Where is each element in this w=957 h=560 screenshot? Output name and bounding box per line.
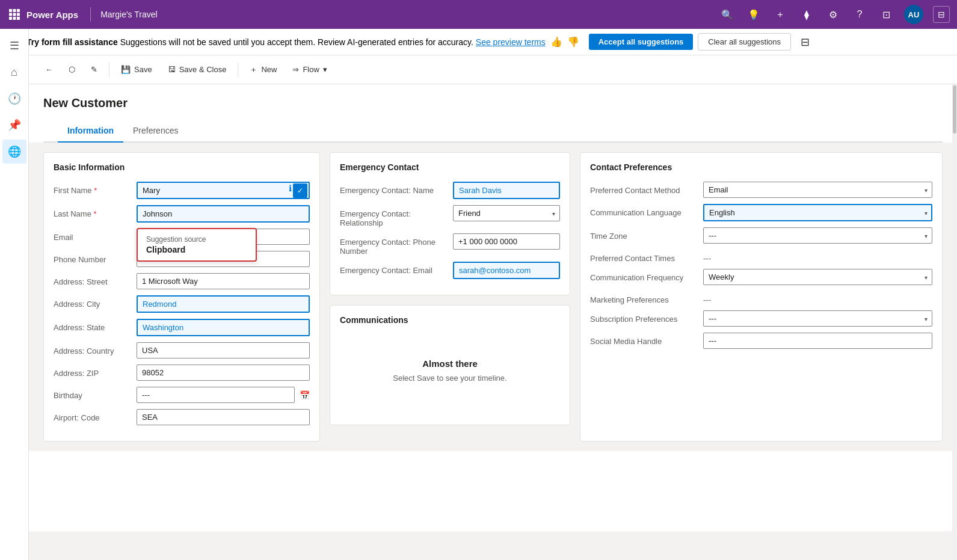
form-body: Basic Information First Name ℹ ✓ Last Na…	[29, 143, 957, 451]
home-icon[interactable]: ⌂	[2, 60, 26, 84]
timezone-label: Time Zone	[590, 227, 698, 241]
save-close-icon: 🖫	[168, 65, 176, 74]
contact-method-select[interactable]: EmailPhoneMail	[703, 182, 932, 198]
social-media-input[interactable]	[703, 333, 932, 349]
help-icon[interactable]: ?	[851, 6, 868, 23]
globe-icon[interactable]: 🌐	[2, 140, 26, 164]
info-icon[interactable]: ℹ	[289, 183, 292, 198]
last-name-input[interactable]	[137, 205, 310, 223]
ec-name-input[interactable]	[453, 182, 560, 199]
state-row: Address: State	[54, 319, 310, 336]
tooltip-source-value: Clipboard	[146, 245, 247, 254]
left-sidebar: ☰ ⌂ 🕐 📌 🌐	[0, 29, 29, 531]
svg-rect-5	[17, 13, 20, 16]
calendar-icon[interactable]: 📅	[300, 390, 310, 400]
contact-times-row: Preferred Contact Times ---	[590, 250, 932, 263]
edit-button[interactable]: ✎	[84, 61, 104, 78]
ec-name-label: Emergency Contact: Name	[340, 182, 448, 195]
clock-icon[interactable]: 🕐	[2, 87, 26, 111]
waffle-icon[interactable]	[7, 7, 22, 22]
new-button[interactable]: ＋ New	[243, 60, 283, 79]
preview-terms-link[interactable]: See preview terms	[476, 37, 546, 47]
social-media-row: Social Media Handle	[590, 333, 932, 349]
comm-freq-select[interactable]: WeeklyMonthlyDaily	[703, 269, 932, 285]
contact-preferences-section: Contact Preferences Preferred Contact Me…	[580, 152, 943, 442]
search-icon[interactable]: 🔍	[719, 6, 736, 23]
state-input[interactable]	[137, 319, 310, 336]
plus-icon[interactable]: ＋	[772, 6, 789, 23]
new-icon: ＋	[250, 64, 257, 75]
timezone-select[interactable]: ---	[703, 227, 932, 244]
city-label: Address: City	[54, 295, 132, 309]
lightbulb-icon[interactable]: 💡	[745, 6, 762, 23]
communications-almost: Almost there Select Save to see your tim…	[340, 334, 560, 383]
save-icon: 💾	[121, 65, 131, 74]
basic-info-section: Basic Information First Name ℹ ✓ Last Na…	[43, 152, 320, 442]
save-close-button[interactable]: 🖫 Save & Close	[161, 61, 233, 78]
side-panel-icon[interactable]: ⊟	[933, 6, 950, 23]
ec-rel-wrap: FriendFamilyOther ▾	[453, 205, 560, 221]
social-media-wrap	[703, 333, 932, 349]
copilot-icon[interactable]: ⊡	[878, 6, 894, 23]
filter-icon[interactable]: ⧫	[798, 6, 815, 23]
scrollbar-thumb[interactable]	[953, 85, 956, 134]
top-navigation: Power Apps Margie's Travel 🔍 💡 ＋ ⧫ ⚙ ? ⊡…	[0, 0, 957, 29]
settings-icon[interactable]: ⚙	[825, 6, 842, 23]
communications-title: Communications	[340, 315, 560, 325]
popout-button[interactable]: ⬡	[62, 61, 82, 78]
clear-all-button[interactable]: Clear all suggestions	[698, 33, 791, 51]
timezone-wrap: --- ▾	[703, 227, 932, 244]
comm-lang-label: Communication Language	[590, 204, 698, 217]
tab-information[interactable]: Information	[58, 120, 123, 143]
toolbar: ← ⬡ ✎ 💾 Save 🖫 Save & Close ＋ New ⇒ Flow…	[29, 55, 957, 84]
comm-lang-wrap: EnglishSpanishFrench ▾	[703, 204, 932, 221]
accept-checkmark-icon[interactable]: ✓	[293, 183, 307, 198]
scrollbar[interactable]	[952, 84, 957, 531]
subscription-wrap: --- ▾	[703, 310, 932, 327]
first-name-icons: ℹ ✓	[289, 183, 307, 198]
airport-input[interactable]	[137, 409, 310, 425]
thumbs-up-icon[interactable]: 👍	[550, 36, 562, 48]
email-label: Email	[54, 229, 132, 242]
thumbs-down-icon[interactable]: 👎	[567, 36, 579, 48]
street-input[interactable]	[137, 273, 310, 289]
ec-email-input[interactable]	[453, 262, 560, 279]
back-button[interactable]: ←	[38, 61, 60, 78]
comm-lang-select[interactable]: EnglishSpanishFrench	[703, 204, 932, 221]
ec-relationship-select[interactable]: FriendFamilyOther	[453, 205, 560, 221]
ec-phone-input[interactable]	[453, 233, 560, 250]
airport-row: Airport: Code	[54, 409, 310, 425]
flow-chevron-icon: ▾	[323, 65, 327, 74]
ec-phone-wrap	[453, 233, 560, 250]
pin-icon[interactable]: 📌	[2, 113, 26, 137]
tabs: Information Preferences	[43, 120, 943, 143]
ai-banner-text: Try form fill assistance Suggestions wil…	[26, 37, 546, 47]
form-name: Margie's Travel	[100, 10, 157, 19]
birthday-input[interactable]	[137, 387, 295, 403]
airport-label: Airport: Code	[54, 409, 132, 422]
svg-rect-1	[13, 9, 16, 12]
save-button[interactable]: 💾 Save	[114, 61, 159, 78]
ec-email-wrap	[453, 262, 560, 279]
city-wrap	[137, 295, 310, 313]
first-name-input[interactable]	[137, 182, 310, 199]
popout-icon: ⬡	[69, 65, 75, 74]
country-input[interactable]	[137, 342, 310, 358]
avatar[interactable]: AU	[904, 5, 923, 24]
marketing-row: Marketing Preferences ---	[590, 291, 932, 304]
page-title: New Customer	[43, 96, 943, 110]
panel-toggle-icon[interactable]: ⊟	[801, 35, 810, 49]
city-input[interactable]	[137, 295, 310, 313]
country-row: Address: Country	[54, 342, 310, 358]
subscription-select[interactable]: ---	[703, 310, 932, 327]
flow-button[interactable]: ⇒ Flow ▾	[286, 61, 333, 78]
social-media-label: Social Media Handle	[590, 333, 698, 346]
zip-input[interactable]	[137, 365, 310, 381]
accept-all-button[interactable]: Accept all suggestions	[589, 34, 694, 50]
app-name: Power Apps	[26, 10, 78, 20]
last-name-wrap: Suggestion source Clipboard	[137, 205, 310, 223]
street-wrap	[137, 273, 310, 289]
tab-preferences[interactable]: Preferences	[123, 120, 188, 143]
birthday-row: Birthday 📅	[54, 387, 310, 403]
menu-icon[interactable]: ☰	[2, 34, 26, 58]
